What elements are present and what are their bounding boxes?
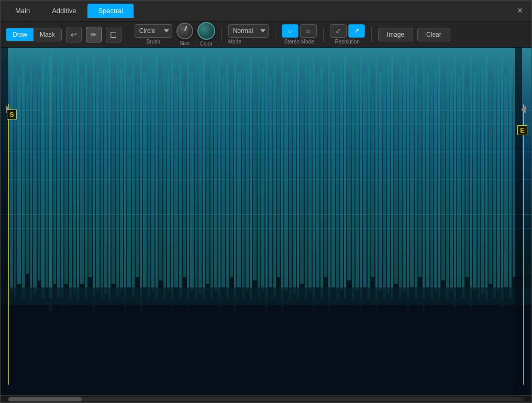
svg-rect-109 — [423, 51, 425, 312]
svg-rect-88 — [340, 65, 343, 291]
svg-rect-26 — [96, 72, 99, 291]
spectrogram-svg — [1, 48, 531, 395]
clear-button[interactable]: Clear — [417, 28, 450, 41]
svg-rect-125 — [485, 55, 487, 301]
svg-rect-69 — [265, 55, 268, 308]
svg-rect-18 — [64, 82, 68, 284]
svg-rect-102 — [394, 79, 398, 284]
svg-rect-98 — [379, 72, 382, 291]
app-window: Main Additive Spectral × Draw Mask ↩ ✏ ◻… — [0, 0, 532, 403]
scrollbar-track[interactable] — [8, 397, 524, 401]
size-label: Size — [180, 40, 190, 46]
resolution-container: ↙ ↗ Resolution — [330, 24, 365, 45]
end-marker-arrow — [521, 105, 526, 114]
svg-rect-58 — [221, 75, 225, 287]
svg-rect-83 — [320, 65, 323, 298]
svg-rect-112 — [434, 65, 437, 291]
svg-rect-24 — [88, 86, 92, 277]
svg-rect-130 — [504, 75, 508, 287]
res-high-button[interactable]: ↗ — [348, 24, 365, 38]
svg-rect-118 — [457, 75, 461, 287]
stereo-link-icon: ∞ — [306, 27, 311, 35]
draw-button[interactable]: Draw — [6, 28, 34, 41]
spectrogram-area[interactable]: S E — [1, 48, 531, 395]
svg-rect-53 — [203, 55, 205, 301]
resolution-label: Resolution — [335, 39, 360, 45]
svg-rect-146 — [1, 298, 531, 395]
title-bar: Main Additive Spectral × — [1, 1, 531, 21]
separator-4 — [323, 27, 324, 42]
stereo-container: ○ ∞ Stereo Mode — [282, 24, 317, 45]
svg-rect-131 — [509, 65, 512, 298]
svg-rect-117 — [454, 55, 456, 308]
stereo-both-icon: ○ — [288, 27, 292, 35]
mode-select[interactable]: Normal Add Subtract Multiply — [228, 24, 269, 38]
close-button[interactable]: × — [513, 4, 527, 18]
svg-rect-91 — [352, 62, 354, 301]
eraser-button[interactable]: ◻ — [106, 27, 121, 42]
svg-rect-71 — [273, 65, 276, 298]
svg-rect-14 — [49, 51, 52, 312]
stereo-link-button[interactable]: ∞ — [300, 24, 317, 38]
tab-spectral[interactable]: Spectral — [87, 4, 134, 18]
stereo-both-button[interactable]: ○ — [282, 24, 298, 38]
svg-rect-48 — [183, 86, 186, 277]
svg-rect-35 — [132, 65, 135, 298]
svg-rect-37 — [140, 51, 142, 312]
svg-rect-57 — [218, 55, 220, 308]
svg-rect-96 — [371, 86, 374, 277]
separator-1 — [128, 27, 128, 42]
svg-rect-115 — [446, 62, 449, 301]
svg-rect-101 — [391, 55, 393, 301]
svg-rect-148 — [1, 48, 8, 395]
svg-rect-17 — [61, 55, 63, 308]
svg-rect-59 — [226, 65, 229, 298]
svg-rect-55 — [210, 62, 213, 301]
toolbar: Draw Mask ↩ ✏ ◻ Circle Square Feather Br… — [1, 21, 531, 48]
stereo-btn-group: ○ ∞ — [282, 24, 317, 38]
size-knob-container: Size — [176, 23, 193, 46]
svg-rect-29 — [108, 55, 110, 301]
svg-rect-72 — [277, 86, 280, 277]
tab-main[interactable]: Main — [5, 4, 40, 18]
undo-icon: ↩ — [71, 30, 77, 39]
svg-rect-107 — [415, 65, 417, 298]
draw-mask-group: Draw Mask — [6, 28, 62, 41]
mode-container: Normal Add Subtract Multiply Mode — [228, 24, 269, 45]
svg-rect-50 — [190, 72, 194, 291]
res-high-icon: ↗ — [354, 27, 359, 35]
svg-rect-31 — [116, 62, 119, 301]
pencil-button[interactable]: ✏ — [86, 27, 102, 42]
svg-rect-45 — [171, 55, 173, 308]
scrollbar-thumb[interactable] — [8, 397, 82, 401]
svg-rect-47 — [179, 65, 182, 298]
svg-rect-77 — [297, 55, 299, 301]
res-low-icon: ↙ — [336, 27, 341, 35]
tab-additive[interactable]: Additive — [41, 4, 86, 18]
svg-rect-89 — [344, 55, 346, 301]
undo-button[interactable]: ↩ — [66, 27, 82, 42]
svg-rect-105 — [407, 55, 409, 308]
scrollbar-area — [1, 395, 531, 402]
mask-button[interactable]: Mask — [34, 28, 61, 41]
brush-select[interactable]: Circle Square Feather — [135, 24, 172, 38]
svg-rect-103 — [399, 62, 402, 301]
svg-rect-74 — [284, 72, 288, 291]
color-knob-container: Color — [197, 22, 215, 47]
svg-rect-41 — [156, 55, 158, 301]
size-knob[interactable] — [176, 23, 193, 39]
end-marker: E — [517, 125, 527, 135]
svg-rect-85 — [328, 51, 330, 312]
svg-rect-129 — [501, 55, 503, 308]
svg-rect-126 — [489, 79, 492, 284]
svg-rect-122 — [473, 72, 476, 291]
res-low-button[interactable]: ↙ — [330, 24, 347, 38]
color-knob[interactable] — [197, 22, 215, 40]
svg-rect-106 — [410, 75, 414, 287]
mode-label: Mode — [228, 39, 241, 45]
svg-rect-79 — [305, 62, 307, 301]
svg-rect-65 — [250, 55, 252, 301]
res-btn-group: ↙ ↗ — [330, 24, 365, 38]
svg-rect-8 — [26, 82, 29, 274]
image-button[interactable]: Image — [378, 28, 413, 41]
